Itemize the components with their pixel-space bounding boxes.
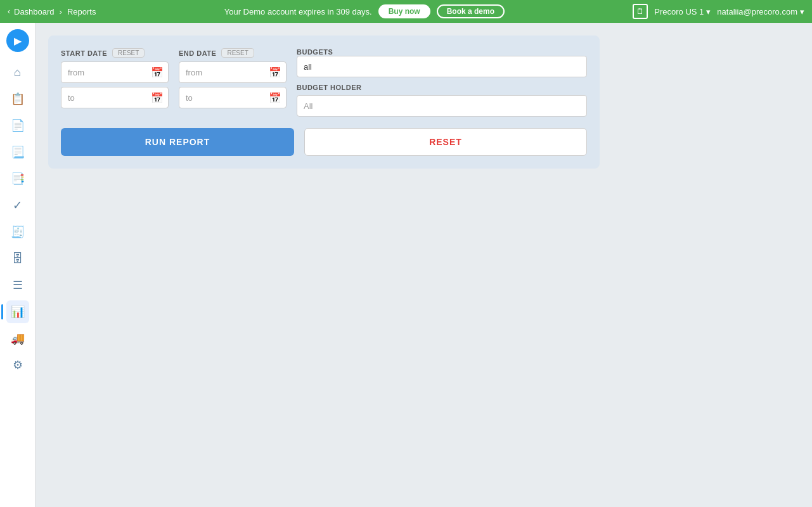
reset-button[interactable]: RESET (304, 128, 587, 156)
home-icon: ⌂ (14, 66, 21, 79)
topbar-center: Your Demo account expires in 309 days. B… (101, 4, 628, 18)
start-date-from-input[interactable] (61, 61, 169, 83)
start-date-label: START DATE RESET (61, 48, 169, 58)
budget-holder-select[interactable]: All (297, 95, 587, 117)
play-icon: ▶ (14, 35, 22, 47)
user-email-selector[interactable]: nataliia@precoro.com ▾ (717, 7, 804, 16)
end-date-from-input[interactable] (179, 61, 287, 83)
end-date-group: END DATE RESET 📅 📅 (179, 48, 287, 108)
org-name: Precoro US 1 (654, 7, 704, 16)
app-logo[interactable]: ▶ (6, 29, 29, 52)
main-content: START DATE RESET 📅 📅 END DATE RESET (35, 23, 812, 507)
sidebar-item-storage[interactable]: 🗄 (6, 247, 29, 270)
end-date-to-input[interactable] (179, 87, 287, 108)
end-date-to-wrapper: 📅 (179, 87, 287, 108)
back-arrow-icon: ‹ (8, 7, 10, 16)
start-date-from-wrapper: 📅 (61, 61, 169, 83)
notification-icon[interactable]: 🗒 (633, 4, 648, 19)
sidebar-item-documents[interactable]: 📄 (6, 114, 29, 137)
sidebar: ▶ ⌂ 📋 📄 📃 📑 ✓ 🧾 🗄 ☰ 📊 🚚 ⚙ (0, 23, 35, 507)
sidebar-item-connections[interactable]: ⚙ (6, 354, 29, 376)
documents-icon: 📄 (11, 119, 25, 132)
receipts-icon: 🧾 (11, 225, 25, 239)
filters-row: START DATE RESET 📅 📅 END DATE RESET (61, 48, 587, 117)
demo-message: Your Demo account expires in 309 days. (224, 7, 372, 16)
budget-holder-label: BUDGET HOLDER (297, 84, 587, 91)
nav-reports[interactable]: Reports (67, 7, 96, 16)
sidebar-item-requests[interactable]: 📑 (6, 167, 29, 190)
user-email-text: nataliia@precoro.com (717, 7, 797, 16)
list-icon: ☰ (13, 278, 23, 292)
delivery-icon: 🚚 (11, 331, 25, 345)
requests-icon: 📑 (11, 172, 25, 186)
sidebar-item-receipts[interactable]: 🧾 (6, 221, 29, 243)
book-demo-button[interactable]: Book a demo (437, 4, 505, 18)
sidebar-item-home[interactable]: ⌂ (6, 61, 29, 84)
end-date-from-wrapper: 📅 (179, 61, 287, 83)
start-date-to-wrapper: 📅 (61, 87, 169, 108)
end-date-label: END DATE RESET (179, 48, 287, 58)
end-date-reset-button[interactable]: RESET (221, 48, 254, 58)
report-filter-card: START DATE RESET 📅 📅 END DATE RESET (48, 35, 600, 169)
nav-dashboard[interactable]: Dashboard (14, 7, 55, 16)
breadcrumb: ‹ Dashboard › Reports (8, 7, 96, 16)
buy-now-button[interactable]: Buy now (378, 4, 430, 18)
sidebar-item-approvals[interactable]: ✓ (6, 194, 29, 217)
sidebar-item-list[interactable]: ☰ (6, 274, 29, 297)
approvals-icon: ✓ (13, 198, 22, 212)
sidebar-item-purchase-orders[interactable]: 📋 (6, 87, 29, 110)
sidebar-item-invoices[interactable]: 📃 (6, 141, 29, 164)
org-selector[interactable]: Precoro US 1 ▾ (654, 7, 711, 16)
start-date-to-input[interactable] (61, 87, 169, 108)
sidebar-item-reports[interactable]: 📊 (6, 300, 29, 323)
start-date-reset-button[interactable]: RESET (112, 48, 145, 58)
purchase-orders-icon: 📋 (11, 92, 25, 106)
sidebar-item-delivery[interactable]: 🚚 (6, 327, 29, 350)
invoices-icon: 📃 (11, 145, 25, 159)
budgets-label: BUDGETS (297, 48, 587, 56)
budgets-input[interactable] (297, 56, 587, 77)
chevron-down-icon: ▾ (706, 7, 711, 16)
storage-icon: 🗄 (12, 252, 23, 266)
topbar: ‹ Dashboard › Reports Your Demo account … (0, 0, 812, 23)
reports-icon: 📊 (11, 305, 25, 319)
start-date-group: START DATE RESET 📅 📅 (61, 48, 169, 108)
budgets-section: BUDGETS BUDGET HOLDER All (297, 48, 587, 117)
topbar-right: 🗒 Precoro US 1 ▾ nataliia@precoro.com ▾ (633, 4, 804, 19)
connections-icon: ⚙ (13, 358, 23, 372)
user-chevron-icon: ▾ (800, 7, 804, 16)
run-report-button[interactable]: RUN REPORT (61, 128, 294, 156)
actions-row: RUN REPORT RESET (61, 128, 587, 156)
